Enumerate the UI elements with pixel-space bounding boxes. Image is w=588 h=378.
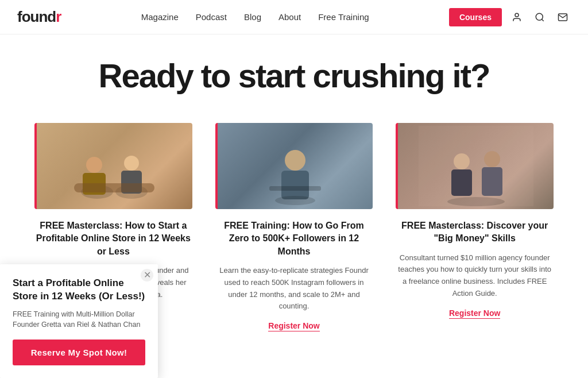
- mail-icon[interactable]: [555, 9, 571, 25]
- svg-point-18: [447, 197, 505, 206]
- card-2-image: [215, 123, 373, 209]
- svg-point-1: [536, 13, 543, 20]
- header: foundr Magazine Podcast Blog About Free …: [0, 0, 588, 34]
- popup-description: FREE Training with Multi-Million Dollar …: [13, 309, 145, 331]
- svg-point-9: [285, 150, 305, 171]
- header-actions: Courses: [449, 8, 571, 26]
- logo[interactable]: foundr: [17, 8, 61, 26]
- card-2: FREE Training: How to Go From Zero to 50…: [215, 123, 373, 331]
- card-3-title: FREE Masterclass: Discover your "Big Mon…: [396, 219, 554, 245]
- main-nav: Magazine Podcast Blog About Free Trainin…: [141, 12, 369, 22]
- svg-rect-17: [419, 126, 533, 206]
- popup-close-button[interactable]: ✕: [141, 269, 153, 281]
- card-2-title: FREE Training: How to Go From Zero to 50…: [215, 219, 373, 258]
- search-icon[interactable]: [532, 9, 548, 25]
- card-3: FREE Masterclass: Discover your "Big Mon…: [396, 123, 554, 331]
- nav-about[interactable]: About: [278, 12, 301, 22]
- popup-headline: Start a Profitable Online Store in 12 We…: [13, 277, 145, 303]
- svg-rect-11: [269, 186, 321, 191]
- card-2-cta[interactable]: Register Now: [268, 321, 319, 331]
- popup-widget: ✕ Start a Profitable Online Store in 12 …: [0, 264, 158, 378]
- nav-free-training[interactable]: Free Training: [318, 12, 369, 22]
- svg-rect-10: [281, 171, 309, 199]
- card-3-image: [396, 123, 554, 209]
- user-icon[interactable]: [509, 9, 525, 25]
- svg-point-4: [86, 157, 102, 173]
- hero-section: Ready to start crushing it?: [0, 34, 588, 106]
- card-1-title: FREE Masterclass: How to Start a Profita…: [34, 219, 192, 258]
- card-1-image: [34, 123, 192, 209]
- nav-magazine[interactable]: Magazine: [141, 12, 179, 22]
- card-3-cta[interactable]: Register Now: [449, 308, 500, 319]
- card-2-desc: Learn the easy-to-replicate strategies F…: [215, 265, 373, 313]
- card-3-desc: Consultant turned $10 million agency fou…: [396, 252, 554, 300]
- svg-rect-8: [74, 183, 154, 192]
- nav-podcast[interactable]: Podcast: [196, 12, 227, 22]
- svg-point-0: [515, 13, 519, 17]
- logo-accent: r: [56, 8, 61, 25]
- hero-headline: Ready to start crushing it?: [11, 57, 577, 94]
- popup-cta-button[interactable]: Reserve My Spot Now!: [13, 340, 145, 365]
- svg-point-6: [124, 156, 139, 171]
- nav-blog[interactable]: Blog: [244, 12, 261, 22]
- svg-point-12: [275, 196, 315, 205]
- courses-button[interactable]: Courses: [449, 8, 502, 26]
